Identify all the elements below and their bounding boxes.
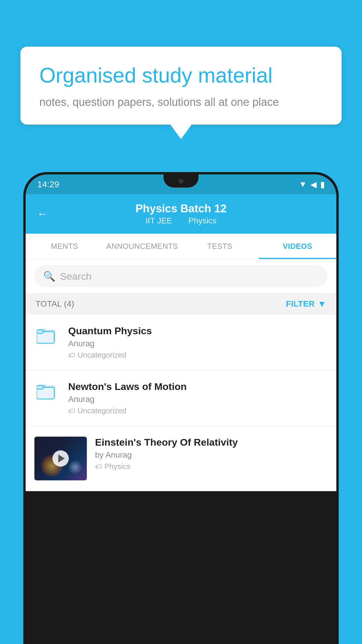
filter-button[interactable]: FILTER ▼ [286,299,326,309]
header-title: Physics Batch 12 [136,202,227,215]
item-author: Anurag [68,395,328,404]
item-content: Quantum Physics Anurag 🏷 Uncategorized [68,325,328,360]
bubble-title: Organised study material [39,63,323,88]
item-title: Quantum Physics [68,325,328,337]
tabs-bar: MENTS ANNOUNCEMENTS TESTS VIDEOS [26,234,336,259]
item-icon [34,326,60,344]
play-triangle-icon [58,454,65,463]
item-tag: 🏷 Uncategorized [68,351,328,360]
tab-videos[interactable]: VIDEOS [259,234,337,259]
item-icon [34,382,60,400]
search-bar[interactable]: 🔍 Search [34,265,328,287]
tab-ments[interactable]: MENTS [26,234,103,259]
back-button[interactable]: ← [37,208,48,220]
search-input[interactable]: Search [60,271,92,282]
item-title: Newton's Laws of Motion [68,381,328,392]
folder-icon [37,382,58,400]
filter-bar: TOTAL (4) FILTER ▼ [26,293,336,315]
header-subtitle: IIT JEE Physics [136,216,227,225]
status-bar: 14:29 ▼ ◀ ▮ [26,174,336,194]
search-container: 🔍 Search [26,259,336,293]
search-icon: 🔍 [43,270,55,282]
header-title-group: Physics Batch 12 IIT JEE Physics [136,202,227,225]
list-item[interactable]: Newton's Laws of Motion Anurag 🏷 Uncateg… [26,370,336,426]
svg-rect-7 [37,386,43,389]
item-author: Anurag [68,339,328,348]
tag-label: Uncategorized [78,406,126,415]
tab-tests[interactable]: TESTS [181,234,259,259]
speech-bubble: Organised study material notes, question… [20,47,342,125]
bubble-subtitle: notes, question papers, solutions all at… [39,96,323,108]
speech-bubble-container: Organised study material notes, question… [20,47,342,125]
tag-icon: 🏷 [68,407,75,415]
battery-icon: ▮ [320,180,325,189]
play-button[interactable] [52,450,69,467]
item-content: Newton's Laws of Motion Anurag 🏷 Uncateg… [68,381,328,415]
phone-screen: 14:29 ▼ ◀ ▮ ← Physics Batch 12 IIT JEE P… [26,174,336,642]
app-header: ← Physics Batch 12 IIT JEE Physics [26,194,336,234]
header-subtitle-iitjee: IIT JEE [145,216,172,225]
tag-icon: 🏷 [68,351,75,359]
status-time: 14:29 [37,179,59,189]
total-count: TOTAL (4) [36,299,74,309]
item-tag: 🏷 Physics [95,462,328,471]
filter-icon: ▼ [318,299,326,309]
item-tag: 🏷 Uncategorized [68,406,328,415]
item-title: Einstein's Theory Of Relativity [95,437,328,448]
list-item[interactable]: Quantum Physics Anurag 🏷 Uncategorized [26,315,336,370]
tag-icon: 🏷 [95,463,102,471]
item-content: Einstein's Theory Of Relativity by Anura… [95,437,328,471]
header-subtitle-physics: Physics [188,216,216,225]
notch [164,174,198,188]
wifi-icon: ▼ [299,180,307,189]
thumbnail-glow2 [68,460,82,475]
list-item[interactable]: Einstein's Theory Of Relativity by Anura… [26,426,336,491]
item-author: by Anurag [95,450,328,460]
status-icons: ▼ ◀ ▮ [299,180,325,189]
camera [178,178,184,184]
tag-label: Uncategorized [78,351,126,360]
svg-rect-3 [37,330,43,333]
content-list: Quantum Physics Anurag 🏷 Uncategorized [26,315,336,491]
tag-label: Physics [104,462,131,471]
filter-label: FILTER [286,299,315,309]
video-thumbnail [34,437,87,480]
signal-icon: ◀ [310,180,317,189]
phone-frame: 14:29 ▼ ◀ ▮ ← Physics Batch 12 IIT JEE P… [23,172,339,644]
folder-icon [37,326,58,344]
tab-announcements[interactable]: ANNOUNCEMENTS [103,234,181,259]
